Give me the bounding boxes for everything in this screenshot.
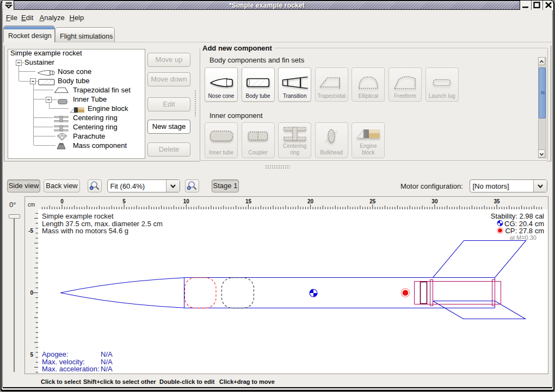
svg-text:5: 5 xyxy=(30,352,33,358)
svg-text:5: 5 xyxy=(122,198,126,204)
svg-text:N/A: N/A xyxy=(101,365,113,373)
svg-text:10: 10 xyxy=(183,198,190,204)
svg-text:-5: -5 xyxy=(28,228,33,234)
svg-text:15: 15 xyxy=(245,198,252,204)
svg-text:Max. acceleration:: Max. acceleration: xyxy=(42,365,100,373)
svg-text:Mass with no motors 54.6 g: Mass with no motors 54.6 g xyxy=(42,227,128,235)
svg-text:35: 35 xyxy=(494,198,500,204)
svg-text:at M=0.30: at M=0.30 xyxy=(510,234,536,241)
svg-text:0: 0 xyxy=(30,290,33,296)
svg-text:25: 25 xyxy=(369,198,376,204)
svg-text:30: 30 xyxy=(431,198,438,204)
svg-text:20: 20 xyxy=(307,198,314,204)
svg-text:CP: 27.8 cm: CP: 27.8 cm xyxy=(505,227,544,235)
svg-text:0: 0 xyxy=(60,198,64,204)
